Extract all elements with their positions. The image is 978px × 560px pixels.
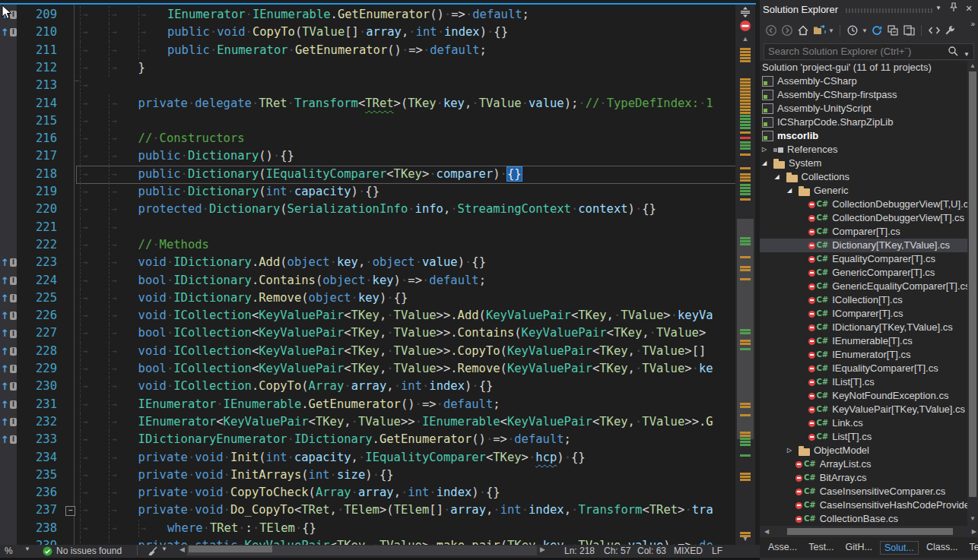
tree-item-arraylist-cs[interactable]: C#ArrayList.cs bbox=[760, 457, 978, 471]
tree-item-ilist-t-cs[interactable]: C#IList[T].cs bbox=[760, 375, 978, 389]
tree-item-system[interactable]: ◢System bbox=[760, 157, 978, 170]
char-indicator[interactable]: Ch: 57 bbox=[604, 546, 630, 556]
tool-tab-test[interactable]: Test... bbox=[805, 541, 837, 553]
code-line-212[interactable]: 212→→} bbox=[0, 59, 735, 77]
code-line-231[interactable]: ↑I231→→IEnumerator·IEnumerable.GetEnumer… bbox=[0, 396, 735, 413]
collapse-region-button[interactable]: − bbox=[65, 506, 75, 516]
tree-item-list-t-cs[interactable]: C#List[T].cs bbox=[760, 430, 978, 444]
code-line-209[interactable]: ↑I209→→→IEnumerator·IEnumerable.GetEnume… bbox=[0, 6, 735, 24]
sync-with-active-document-button-dropdown-icon[interactable]: ▼ bbox=[828, 27, 834, 34]
code-line-210[interactable]: ↑I210→→→public·void·CopyTo(TValue[]·arra… bbox=[0, 24, 735, 41]
tree-vertical-scrollbar[interactable]: ▲ ▼ bbox=[967, 61, 978, 526]
interface-implementation-icon[interactable]: ↑I bbox=[1, 360, 17, 378]
sync-with-active-document-icon[interactable] bbox=[812, 24, 826, 37]
back-icon[interactable] bbox=[764, 24, 778, 37]
chevron-collapsed-icon[interactable]: ▷ bbox=[762, 143, 773, 157]
scroll-up-icon[interactable]: ▲ bbox=[735, 35, 755, 43]
show-all-files-icon[interactable] bbox=[902, 24, 916, 37]
zoom-control[interactable]: % bbox=[5, 546, 13, 556]
code-line-217[interactable]: 217→→public·Dictionary()·{} bbox=[0, 147, 735, 165]
code-line-239[interactable]: 239→→private·static·KeyValuePair<TKey,·T… bbox=[0, 537, 735, 545]
tree-item-keyvaluepair-tkey-tvalue-cs[interactable]: C#KeyValuePair[TKey,TValue].cs bbox=[760, 403, 978, 416]
code-line-229[interactable]: ↑I229→→bool·ICollection<KeyValuePair<TKe… bbox=[0, 360, 735, 378]
tool-tab-class[interactable]: Class... bbox=[922, 541, 962, 553]
code-line-234[interactable]: 234→→private·void·Init(int·capacity,·IEq… bbox=[0, 449, 735, 467]
tree-item-link-cs[interactable]: C#Link.cs bbox=[760, 416, 978, 430]
encoding-indicator[interactable]: MIXED bbox=[674, 546, 703, 556]
tree-item-collectiondebuggerview-t-cs[interactable]: C#CollectionDebuggerView[T].cs bbox=[760, 211, 978, 225]
solution-explorer-titlebar[interactable]: Solution Explorer ▼ ✕ bbox=[760, 0, 978, 20]
code-viewport[interactable]: ↑I209→→→IEnumerator·IEnumerable.GetEnume… bbox=[0, 5, 735, 545]
interface-implementation-icon[interactable]: ↑I bbox=[1, 24, 17, 41]
hscroll-right-icon[interactable]: ▶ bbox=[540, 546, 545, 553]
code-line-226[interactable]: ↑I226→→void·ICollection<KeyValuePair<TKe… bbox=[0, 307, 735, 324]
issues-status-label[interactable]: No issues found bbox=[56, 546, 122, 556]
tree-item-assembly-unityscript[interactable]: Assembly-UnityScript bbox=[760, 102, 978, 115]
code-line-225[interactable]: ↑I225→→void·IDictionary.Remove(object·ke… bbox=[0, 289, 735, 307]
code-line-222[interactable]: 222→→//·Methods bbox=[0, 236, 735, 254]
toolbar-overflow-icon[interactable]: » bbox=[970, 20, 975, 28]
tree-item-references[interactable]: ▷References bbox=[760, 143, 978, 157]
view-code-icon[interactable] bbox=[927, 24, 941, 37]
splitter-handle-icon[interactable] bbox=[738, 6, 752, 18]
tree-hscroll-left-icon[interactable]: ◀ bbox=[761, 528, 772, 535]
collapse-all-icon[interactable] bbox=[886, 24, 900, 37]
code-line-220[interactable]: 220→→protected·Dictionary(SerializationI… bbox=[0, 201, 735, 218]
tree-hscroll-right-icon[interactable]: ▶ bbox=[972, 528, 976, 535]
interface-implementation-icon[interactable]: ↑I bbox=[1, 272, 17, 289]
search-dropdown-icon[interactable]: ▼ bbox=[964, 47, 970, 62]
tool-tab-tea[interactable]: Tea... bbox=[966, 541, 978, 553]
code-line-214[interactable]: 214→→private·delegate·TRet·Transform<TRe… bbox=[0, 95, 735, 112]
code-line-236[interactable]: 236→→private·void·CopyToCheck(Array·arra… bbox=[0, 484, 735, 501]
pending-changes-filter-button-dropdown-icon[interactable]: ▼ bbox=[862, 27, 868, 34]
close-icon[interactable]: ✕ bbox=[963, 2, 975, 14]
code-line-211[interactable]: 211→→→public·Enumerator·GetEnumerator()·… bbox=[0, 42, 735, 59]
code-line-218[interactable]: 218→→public·Dictionary(IEqualityComparer… bbox=[0, 166, 735, 183]
interface-implementation-icon[interactable]: ↑I bbox=[1, 289, 17, 307]
code-line-230[interactable]: ↑I230→→void·ICollection.CopyTo(Array·arr… bbox=[0, 378, 735, 395]
tree-scroll-down-icon[interactable]: ▼ bbox=[967, 515, 978, 522]
tree-item-equalitycomparer-t-cs[interactable]: C#EqualityComparer[T].cs bbox=[760, 252, 978, 266]
scroll-down-icon[interactable]: ▼ bbox=[735, 535, 755, 543]
tree-item-assembly-csharp[interactable]: Assembly-CSharp bbox=[760, 74, 978, 88]
forward-icon[interactable] bbox=[780, 24, 794, 37]
tree-item-genericcomparer-t-cs[interactable]: C#GenericComparer[T].cs bbox=[760, 266, 978, 280]
tree-item-collectionbase-cs[interactable]: C#CollectionBase.cs bbox=[760, 512, 978, 526]
line-indicator[interactable]: Ln: 218 bbox=[564, 546, 595, 556]
tree-item-bitarray-cs[interactable]: C#BitArray.cs bbox=[760, 471, 978, 485]
pin-icon[interactable] bbox=[948, 2, 960, 14]
interface-implementation-icon[interactable]: ↑I bbox=[1, 254, 17, 271]
code-line-228[interactable]: ↑I228→→void·ICollection<KeyValuePair<TKe… bbox=[0, 343, 735, 360]
code-line-224[interactable]: ↑I224→→bool·IDictionary.Contains(object·… bbox=[0, 272, 735, 289]
interface-implementation-icon[interactable]: ↑I bbox=[1, 343, 17, 360]
tree-horizontal-scrollbar[interactable]: ◀ ▶ bbox=[760, 526, 978, 537]
tree-item-keynotfoundexception-cs[interactable]: C#KeyNotFoundException.cs bbox=[760, 389, 978, 403]
code-editor[interactable]: ↑I209→→→IEnumerator·IEnumerable.GetEnume… bbox=[0, 0, 760, 560]
tree-item-icollection-t-cs[interactable]: C#ICollection[T].cs bbox=[760, 293, 978, 307]
code-line-216[interactable]: 216→→//·Constructors bbox=[0, 130, 735, 147]
tree-item-caseinsensitivecomparer-cs[interactable]: C#CaseInsensitiveComparer.cs bbox=[760, 485, 978, 498]
tree-scrollbar-thumb[interactable] bbox=[969, 71, 976, 497]
chevron-expanded-icon[interactable]: ◢ bbox=[787, 184, 799, 198]
code-line-213[interactable]: 213→ bbox=[0, 77, 735, 94]
tree-item-ienumerable-t-cs[interactable]: C#IEnumerable[T].cs bbox=[760, 334, 978, 348]
code-line-232[interactable]: ↑I232→→IEnumerator<KeyValuePair<TKey,·TV… bbox=[0, 413, 735, 431]
tool-tab-solut[interactable]: Solut... bbox=[880, 541, 919, 555]
search-icon[interactable] bbox=[948, 46, 958, 61]
code-line-237[interactable]: 237−→→private·void·Do_CopyTo<TRet,·TElem… bbox=[0, 501, 735, 519]
tree-item-collections[interactable]: ◢Collections bbox=[760, 170, 978, 184]
tree-item-comparer-t-cs[interactable]: C#Comparer[T].cs bbox=[760, 225, 978, 239]
code-line-238[interactable]: 238→→→where·TRet·:·TElem·{} bbox=[0, 520, 735, 537]
tree-scroll-up-icon[interactable]: ▲ bbox=[967, 62, 978, 69]
code-line-223[interactable]: ↑I223→→void·IDictionary.Add(object·key,·… bbox=[0, 254, 735, 271]
editor-vertical-scrollbar[interactable]: ▲ ▼ bbox=[735, 5, 755, 545]
code-line-227[interactable]: ↑I227→→bool·ICollection<KeyValuePair<TKe… bbox=[0, 324, 735, 342]
hscroll-thumb[interactable] bbox=[189, 546, 272, 552]
cleanup-dropdown-icon[interactable]: ▼ bbox=[161, 546, 167, 552]
chevron-expanded-icon[interactable]: ◢ bbox=[762, 157, 773, 170]
eol-indicator[interactable]: LF bbox=[712, 546, 722, 556]
interface-implementation-icon[interactable]: ↑I bbox=[1, 396, 17, 413]
issues-check-icon[interactable] bbox=[43, 546, 52, 558]
tree-item-assembly-csharp-firstpass[interactable]: Assembly-CSharp-firstpass bbox=[760, 88, 978, 102]
tree-hscroll-thumb[interactable] bbox=[787, 528, 953, 535]
